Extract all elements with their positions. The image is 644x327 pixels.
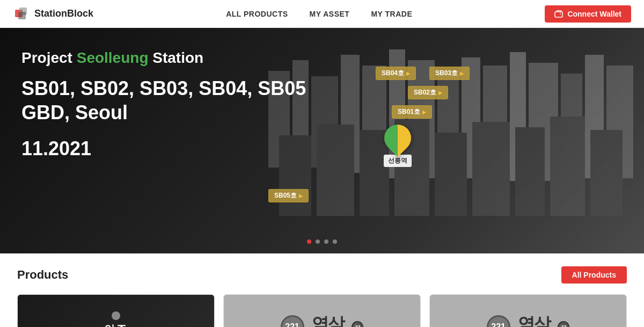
dot-3[interactable] <box>324 239 328 244</box>
product-cards: 언주 Eonju [To be open] Eonju Station Port… <box>17 294 627 327</box>
pin-sb03[interactable]: SB03호 <box>429 67 470 80</box>
nav-my-asset[interactable]: MY ASSET <box>310 10 350 18</box>
wallet-icon <box>554 10 563 18</box>
pin-sb02[interactable]: SB02호 <box>408 86 448 99</box>
yeoksam1-num: 221 <box>281 315 304 327</box>
yeoksam1-name-kr: 역삼 <box>309 313 348 328</box>
products-section: Products All Products 언주 Eonju [To be op… <box>0 253 644 327</box>
pin-sb01[interactable]: SB01호 <box>392 105 432 119</box>
card-image-yeoksam2: 221 역삼 Yeoksam 22 To be open] Yeoksam St… <box>430 295 626 327</box>
yeoksam2-name-kr: 역삼 <box>515 313 554 328</box>
carousel-dots <box>307 239 337 244</box>
svg-rect-2 <box>18 12 26 19</box>
header: StationBlock ALL PRODUCTS MY ASSET MY TR… <box>0 0 644 28</box>
products-title: Products <box>17 268 68 282</box>
product-card-yeoksam1[interactable]: 221 역삼 Yeoksam 22 [To be open] Yeoksam S… <box>223 294 421 327</box>
logo-area: StationBlock <box>13 5 93 23</box>
svg-rect-3 <box>555 12 562 17</box>
map-pins-area: SB04호 SB03호 SB02호 SB01호 SB05호 선릉역 <box>258 28 644 253</box>
product-card-yeoksam2[interactable]: 221 역삼 Yeoksam 22 To be open] Yeoksam St… <box>429 294 627 327</box>
connect-wallet-button[interactable]: Connect Wallet <box>545 5 631 23</box>
logo-icon <box>13 5 30 23</box>
card-image-eonju: 언주 Eonju [To be open] Eonju Station Port… <box>18 295 214 327</box>
dot-2[interactable] <box>316 239 320 244</box>
eonju-name-kr: 언주 <box>104 322 128 327</box>
pin-sb05[interactable]: SB05호 <box>268 189 309 202</box>
nav-all-products[interactable]: ALL PRODUCTS <box>226 10 288 18</box>
all-products-button[interactable]: All Products <box>561 266 627 284</box>
pin-sb04[interactable]: SB04호 <box>376 67 416 80</box>
product-card-eonju[interactable]: 언주 Eonju [To be open] Eonju Station Port… <box>17 294 215 327</box>
station-marker: 선릉역 <box>384 125 412 167</box>
hero-banner: Project Seolleung Station SB01, SB02, SB… <box>0 28 644 253</box>
logo-text: StationBlock <box>34 8 93 19</box>
dot-4[interactable] <box>333 239 337 244</box>
yeoksam2-num: 221 <box>487 315 510 327</box>
main-nav: ALL PRODUCTS MY ASSET MY TRADE <box>226 10 412 18</box>
card-image-yeoksam1: 221 역삼 Yeoksam 22 [To be open] Yeoksam S… <box>224 295 420 327</box>
nav-my-trade[interactable]: MY TRADE <box>371 10 412 18</box>
dot-1[interactable] <box>307 239 311 244</box>
products-header: Products All Products <box>17 266 627 284</box>
